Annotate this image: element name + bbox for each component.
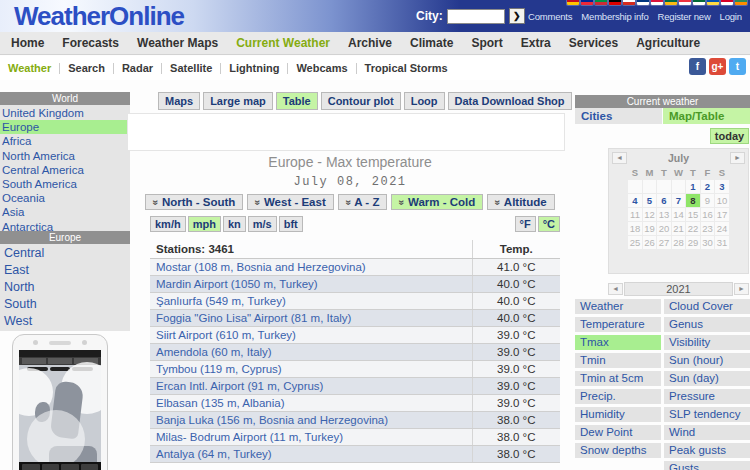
weather-param-link[interactable]: Precip. [575,389,661,404]
subnav-item[interactable]: Radar [114,63,162,74]
nav-item[interactable]: Archive [339,36,401,50]
view-tab[interactable]: Maps [158,92,200,110]
weather-param-link[interactable]: Dew Point [575,425,661,440]
weather-param-link[interactable]: Genus [664,317,750,332]
europe-region-link[interactable]: East [0,262,130,279]
calendar-day[interactable]: 2 [701,180,715,193]
country-flag-icon[interactable] [707,0,719,5]
site-logo[interactable]: WeatherOnline [14,1,184,32]
sort-button[interactable]: »A - Z [338,194,388,210]
view-tab[interactable]: Large map [203,92,273,110]
speed-unit-button[interactable]: kn [223,216,246,232]
weather-param-link[interactable]: Cloud Cover [664,299,750,314]
europe-region-link[interactable]: Central [0,245,130,262]
country-flag-icon[interactable] [693,0,705,5]
nav-item[interactable]: Climate [401,36,462,50]
sort-button[interactable]: »Warm - Cold [391,194,483,210]
weather-param-link[interactable]: Wind [664,425,750,440]
country-flag-icon[interactable] [581,0,593,5]
weather-param-link[interactable]: Humidity [575,407,661,422]
calendar-day[interactable]: 30 [701,236,715,249]
calendar-day[interactable] [643,180,657,193]
weather-param-link[interactable]: SLP tendency [664,407,750,422]
country-flag-icon[interactable] [623,0,635,5]
nav-item[interactable]: Services [560,36,627,50]
country-flag-icon[interactable] [651,0,663,5]
weather-param-link[interactable]: Temperature [575,317,661,332]
account-link[interactable]: Register new [658,11,711,22]
world-region-link[interactable]: United Kingdom [0,106,130,120]
calendar-day[interactable]: 8 [686,194,700,207]
calendar-day[interactable]: 18 [628,222,642,235]
city-search-go-button[interactable]: ❯ [509,8,525,24]
world-region-link[interactable]: North America [0,149,130,163]
flags-strip[interactable] [567,0,747,5]
station-link[interactable]: Mardin Airport (1050 m, Turkey) [156,278,318,290]
station-link[interactable]: Şanlıurfa (549 m, Turkey) [156,295,286,307]
nav-item[interactable]: Weather Maps [128,36,227,50]
calendar-day[interactable]: 24 [715,222,729,235]
world-region-link[interactable]: Asia [0,205,130,219]
twitter-icon[interactable]: t [729,58,746,75]
calendar-day[interactable]: 28 [672,236,686,249]
station-link[interactable]: Antalya (64 m, Turkey) [156,448,272,460]
calendar-day[interactable]: 12 [643,208,657,221]
calendar-day[interactable]: 3 [715,180,729,193]
calendar-day[interactable]: 1 [686,180,700,193]
calendar-day[interactable]: 25 [628,236,642,249]
nav-item[interactable]: Current Weather [227,36,339,50]
europe-region-link[interactable]: West [0,313,130,330]
station-link[interactable]: Ercan Intl. Airport (91 m, Cyprus) [156,380,323,392]
subnav-item[interactable]: Satellite [162,63,221,74]
weather-param-link[interactable]: Weather [575,299,661,314]
nav-item[interactable]: Home [2,36,53,50]
calendar-day[interactable] [657,180,671,193]
speed-unit-button[interactable]: m/s [248,216,277,232]
calendar-day[interactable]: 22 [686,222,700,235]
calendar-day[interactable]: 10 [715,194,729,207]
nav-item[interactable]: Sport [462,36,511,50]
weather-param-link[interactable]: Sun (hour) [664,353,750,368]
calendar-day[interactable]: 16 [701,208,715,221]
today-button[interactable]: today [710,128,749,144]
station-link[interactable]: Amendola (60 m, Italy) [156,346,272,358]
world-region-link[interactable]: South America [0,177,130,191]
mobile-app-promo[interactable] [12,334,108,470]
calendar-day[interactable]: 27 [657,236,671,249]
prev-month-button[interactable]: ◄ [612,152,627,164]
world-region-link[interactable]: Oceania [0,191,130,205]
calendar-day[interactable]: 14 [672,208,686,221]
sort-button[interactable]: »North - South [145,194,243,210]
calendar-day[interactable]: 29 [686,236,700,249]
calendar-day[interactable]: 7 [672,194,686,207]
nav-item[interactable]: Forecasts [53,36,128,50]
sort-button[interactable]: »West - East [247,194,333,210]
prev-year-button[interactable]: ◄ [608,283,623,295]
city-search-input[interactable] [447,9,505,24]
weather-param-link[interactable]: Visibility [664,335,750,350]
country-flag-icon[interactable] [665,0,677,5]
subnav-item[interactable]: Weather [0,63,60,74]
speed-unit-button[interactable]: mph [188,216,221,232]
subnav-item[interactable]: Tropical Storms [357,63,456,74]
view-tab[interactable]: Table [276,92,318,110]
weather-param-link[interactable]: Gusts [664,461,750,470]
station-link[interactable]: Elbasan (135 m, Albania) [156,397,285,409]
account-link[interactable]: Comments [528,11,572,22]
calendar-day[interactable]: 11 [628,208,642,221]
country-flag-icon[interactable] [567,0,579,5]
calendar-day[interactable]: 31 [715,236,729,249]
europe-region-link[interactable]: South [0,296,130,313]
country-flag-icon[interactable] [679,0,691,5]
temp-unit-button[interactable]: °F [515,216,536,232]
weather-param-link[interactable]: Peak gusts [664,443,750,458]
europe-region-link[interactable]: North [0,279,130,296]
weather-param-link[interactable]: Tmin [575,353,661,368]
view-tab[interactable]: Contour plot [321,92,401,110]
next-year-button[interactable]: ► [734,283,749,295]
view-tab[interactable]: Data Download Shop [448,92,572,110]
subnav-item[interactable]: Search [60,63,114,74]
weather-param-link[interactable]: Tmax [575,335,661,350]
subnav-item[interactable]: Webcams [288,63,356,74]
calendar-day[interactable]: 15 [686,208,700,221]
